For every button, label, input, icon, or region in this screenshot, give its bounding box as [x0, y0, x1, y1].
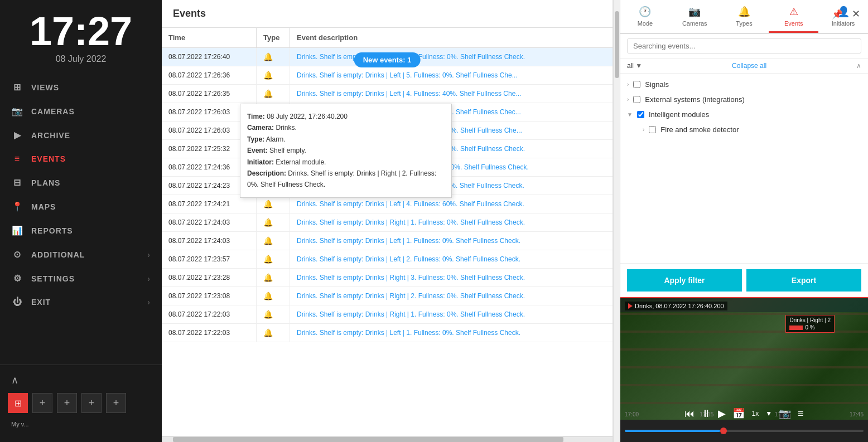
collapse-all-link[interactable]: Collapse all	[732, 62, 766, 70]
cameras-tab-label: Cameras	[682, 20, 707, 27]
sidebar-bottom: ∧ ⊞ + + + + My v...	[0, 365, 162, 442]
timeline-bar[interactable]	[620, 420, 868, 442]
collapse-all-icon[interactable]: ∧	[856, 62, 861, 70]
events-vertical-scrollbar[interactable]	[613, 0, 620, 442]
export-button[interactable]: Export	[746, 269, 861, 292]
checkbox-intelligent_modules[interactable]	[637, 111, 644, 118]
table-row[interactable]: 08.07.2022 17:23:08 🔔 Drinks. Shelf is e…	[162, 287, 613, 305]
new-events-badge[interactable]: New events: 1	[354, 52, 421, 67]
sidebar-item-maps[interactable]: 📍 MAPS	[0, 195, 162, 218]
collapse-btn[interactable]: ∧	[11, 374, 18, 386]
events-scrollbar[interactable]	[162, 436, 613, 442]
plans-icon: ⊟	[11, 177, 23, 188]
close-button[interactable]: ✕	[852, 8, 860, 20]
sidebar-item-reports[interactable]: 📊 REPORTS	[0, 218, 162, 242]
expand-icon-external_systems[interactable]: ›	[627, 96, 629, 103]
filter-group-external_systems: › External systems (integrations)	[620, 92, 868, 107]
events-body[interactable]: New events: 1 08.07.2022 17:26:40 🔔 Drin…	[162, 48, 613, 436]
pin-button[interactable]: 📌	[832, 8, 843, 20]
search-input[interactable]	[627, 38, 861, 54]
checkbox-signals[interactable]	[633, 81, 640, 88]
sidebar-item-archive[interactable]: ▶ ARCHIVE	[0, 123, 162, 147]
tooltip-time-value: 08 July 2022, 17:26:40.200	[267, 113, 348, 120]
table-row[interactable]: 08.07.2022 17:24:21 🔔 Drinks. Shelf is e…	[162, 195, 613, 213]
event-time: 08.07.2022 17:24:21	[162, 195, 257, 213]
filter-row: all ▼ Collapse all ∧	[620, 59, 868, 74]
tooltip-event-value: Shelf empty.	[269, 147, 306, 154]
event-type-icon: 🔔	[257, 195, 290, 213]
play-button[interactable]: ▶	[718, 407, 726, 420]
filter-all-label: all ▼	[627, 62, 642, 70]
pause-button[interactable]: ⏸	[701, 408, 711, 420]
sidebar-item-settings[interactable]: ⚙ SETTINGS ›	[0, 266, 162, 290]
sidebar-label-additional: ADDITIONAL	[31, 250, 85, 259]
sidebar-label-exit: EXIT	[31, 298, 51, 307]
filter-section: › Signals › External systems (integratio…	[620, 74, 868, 263]
col-header-time: Time	[162, 28, 257, 47]
table-row[interactable]: 08.07.2022 17:24:03 🔔 Drinks. Shelf is e…	[162, 213, 613, 232]
rewind-button[interactable]: ⏮	[684, 408, 695, 420]
grid-view-btn[interactable]: ⊞	[8, 393, 28, 413]
event-time: 08.07.2022 17:22:03	[162, 305, 257, 323]
camera-preview: Drinks, 08.07.2022 17:26:40.200 Drinks |…	[620, 297, 868, 442]
menu-button[interactable]: ≡	[798, 408, 804, 420]
tab-events[interactable]: ⚠ Events	[769, 0, 818, 33]
apply-filter-button[interactable]: Apply filter	[627, 269, 742, 292]
table-row[interactable]: 08.07.2022 17:23:57 🔔 Drinks. Shelf is e…	[162, 250, 613, 269]
speed-dropdown-btn[interactable]: ▼	[765, 410, 772, 417]
sidebar-item-plans[interactable]: ⊟ PLANS	[0, 171, 162, 195]
sidebar-item-events[interactable]: ≡ EVENTS	[0, 147, 162, 171]
table-row[interactable]: 08.07.2022 17:22:03 🔔 Drinks. Shelf is e…	[162, 305, 613, 324]
scroll-thumb[interactable]	[615, 11, 619, 78]
expand-icon-signals[interactable]: ›	[627, 81, 629, 88]
filter-label-intelligent_modules: Intelligent modules	[649, 110, 709, 119]
exit-icon: ⏻	[11, 297, 23, 307]
event-time: 08.07.2022 17:23:28	[162, 269, 257, 286]
checkbox-external_systems[interactable]	[633, 96, 640, 103]
add-view-btn-3[interactable]: +	[81, 393, 102, 413]
event-time: 08.07.2022 17:26:35	[162, 85, 257, 103]
sidebar-label-settings: SETTINGS	[31, 274, 75, 283]
tab-cameras[interactable]: 📷 Cameras	[670, 0, 720, 33]
tab-types[interactable]: 🔔 Types	[720, 0, 769, 33]
snapshot-button[interactable]: 📷	[779, 407, 791, 420]
clock-time: 17:27	[11, 11, 151, 51]
sidebar-item-additional[interactable]: ⊙ ADDITIONAL ›	[0, 242, 162, 266]
expand-icon-intelligent_modules[interactable]: ▼	[627, 111, 633, 118]
tooltip-camera-label: Camera:	[247, 124, 274, 132]
add-view-btn-1[interactable]: +	[32, 393, 52, 413]
event-type-icon: 🔔	[257, 213, 290, 231]
shelf-bar: 0 %	[789, 324, 831, 331]
event-time: 08.07.2022 17:22:03	[162, 324, 257, 342]
event-type-icon: 🔔	[257, 85, 290, 103]
tab-mode[interactable]: 🕐 Mode	[620, 0, 670, 33]
arrow-icon: ›	[147, 298, 151, 307]
tooltip-desc-label: Description:	[247, 169, 286, 177]
table-row[interactable]: 08.07.2022 17:26:35 🔔 Drinks. Shelf is e…	[162, 85, 613, 103]
event-description: Drinks. Shelf is empty: Drinks | Right |…	[290, 213, 613, 231]
event-description: Drinks. Shelf is empty: Drinks | Left | …	[290, 66, 613, 84]
filter-group-signals: › Signals	[620, 77, 868, 92]
filter-dropdown-icon[interactable]: ▼	[635, 62, 642, 70]
table-row[interactable]: 08.07.2022 17:24:03 🔔 Drinks. Shelf is e…	[162, 232, 613, 250]
sidebar-label-maps: MAPS	[31, 202, 56, 211]
add-view-btn-4[interactable]: +	[106, 393, 126, 413]
timeline-track[interactable]	[625, 430, 864, 432]
sidebar-item-cameras[interactable]: 📷 CAMERAS	[0, 99, 162, 123]
sidebar-item-views[interactable]: ⊞ VIEWS	[0, 75, 162, 99]
reports-icon: 📊	[11, 225, 23, 236]
table-row[interactable]: 08.07.2022 17:26:36 🔔 Drinks. Shelf is e…	[162, 66, 613, 85]
expand-icon-fire_smoke[interactable]: ›	[643, 127, 644, 133]
filter-actions: Apply filter Export	[620, 263, 868, 297]
events-scrollbar-thumb[interactable]	[173, 437, 563, 442]
checkbox-fire_smoke[interactable]	[649, 126, 656, 133]
calendar-button[interactable]: 📅	[732, 407, 745, 420]
event-type-icon: 🔔	[257, 269, 290, 286]
tooltip-event-label: Event:	[247, 147, 268, 154]
add-view-btn-2[interactable]: +	[57, 393, 77, 413]
table-row[interactable]: 08.07.2022 17:22:03 🔔 Drinks. Shelf is e…	[162, 324, 613, 342]
clock-date: 08 July 2022	[11, 54, 151, 64]
sidebar-item-exit[interactable]: ⏻ EXIT ›	[0, 290, 162, 314]
fullness-bar	[789, 326, 803, 330]
table-row[interactable]: 08.07.2022 17:23:28 🔔 Drinks. Shelf is e…	[162, 269, 613, 287]
